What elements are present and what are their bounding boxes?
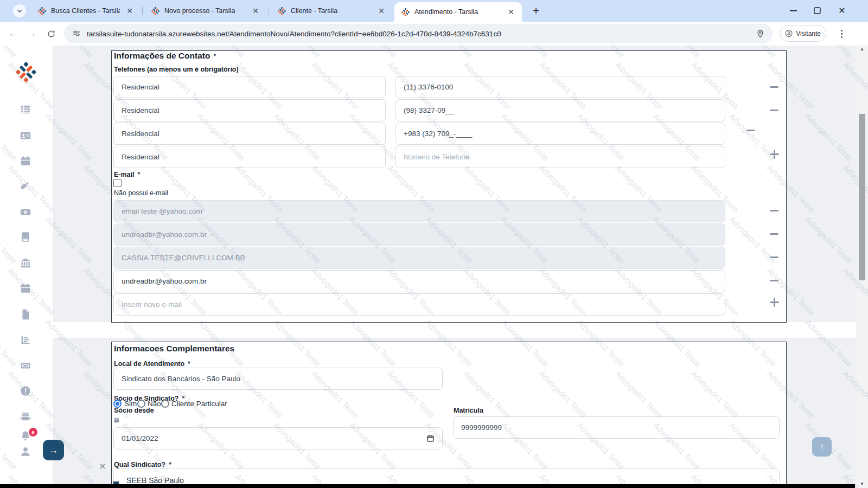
- tab-close-icon[interactable]: ✕: [376, 7, 387, 15]
- reload-icon: [47, 29, 56, 38]
- remove-email-button[interactable]: [770, 280, 778, 281]
- no-email-checkbox[interactable]: [113, 179, 122, 187]
- site-settings-icon[interactable]: [72, 29, 81, 38]
- phone-type-select[interactable]: Residencial: [113, 123, 386, 145]
- sidebar-item-profile[interactable]: [20, 446, 31, 460]
- phone-number-input[interactable]: +983 (32) 709_-____: [395, 123, 725, 145]
- phone-number-input[interactable]: (98) 3327-09__: [395, 99, 725, 121]
- browser-menu-button[interactable]: [835, 27, 848, 40]
- notification-badge: 6: [29, 428, 37, 436]
- email-input: email teste @yahoo.com: [113, 200, 725, 222]
- user-icon: [20, 446, 31, 458]
- sidebar-item-reports[interactable]: [20, 334, 31, 348]
- profile-chip[interactable]: Visitante: [780, 25, 826, 42]
- alert-circle-icon: [20, 385, 31, 397]
- remove-phone-button[interactable]: [746, 130, 755, 131]
- page-content: 6 → ✕ Informações de Contato* Telefones …: [0, 46, 868, 488]
- chevron-down-icon: [16, 8, 23, 14]
- no-email-label: Não possui e-mail: [114, 189, 168, 197]
- contact-section-title: Informações de Contato*: [114, 51, 216, 61]
- tab-close-icon[interactable]: ✕: [250, 7, 261, 15]
- phone-number-input[interactable]: (11) 3376-0100: [395, 76, 725, 98]
- maximize-icon: [814, 7, 821, 14]
- sidebar-item-assistant[interactable]: [20, 410, 31, 425]
- scrollbar-thumb[interactable]: [859, 114, 865, 280]
- new-email-input[interactable]: Inserir novo e-mail: [113, 293, 725, 316]
- window-close-button[interactable]: ✕: [830, 0, 854, 21]
- tarsila-favicon: [151, 7, 160, 16]
- remove-email-button[interactable]: [770, 233, 778, 235]
- tab-busca-clientes[interactable]: Busca Clientes - Tarsila ✕: [31, 0, 141, 22]
- tab-title: Novo processo - Tarsila: [164, 7, 246, 15]
- sidebar-item-processes[interactable]: [20, 181, 31, 195]
- sidebar-expand-button[interactable]: →: [43, 440, 64, 460]
- tab-search-button[interactable]: [13, 4, 26, 17]
- socio-desde-date-input[interactable]: 01/01/2022: [113, 427, 443, 450]
- remove-phone-button[interactable]: [770, 86, 778, 88]
- tarsila-logo: [15, 61, 37, 84]
- sidebar-item-documents[interactable]: [20, 309, 31, 323]
- remove-email-button[interactable]: [770, 210, 778, 211]
- phone-number-input[interactable]: Número de Telefone: [395, 146, 725, 168]
- scroll-to-top-button[interactable]: ↑: [812, 437, 832, 457]
- complementary-section-title: Informacoes Complementares: [114, 344, 234, 354]
- remove-phone-button[interactable]: [770, 110, 778, 111]
- url-bar[interactable]: tarsilasuite-tudonatarsila.azurewebsites…: [64, 24, 773, 43]
- sidebar-item-financial[interactable]: [20, 206, 31, 220]
- bank-icon: [20, 257, 31, 269]
- bar-chart-icon: [20, 334, 31, 346]
- tarsila-favicon: [277, 7, 286, 16]
- sidebar-item-agenda[interactable]: [20, 155, 31, 169]
- sidebar-item-tickets[interactable]: [20, 359, 31, 374]
- add-email-button[interactable]: [770, 298, 779, 307]
- money-icon: [20, 206, 31, 218]
- sidebar-item-institutions[interactable]: [20, 257, 31, 271]
- forward-button[interactable]: →: [25, 27, 39, 40]
- phone-type-select[interactable]: Residencial: [113, 146, 386, 168]
- window-maximize-button[interactable]: [805, 0, 829, 21]
- radio-cliente-particular[interactable]: [161, 400, 169, 408]
- panel-close-icon[interactable]: ✕: [99, 461, 106, 472]
- sidebar-item-schedule[interactable]: [20, 282, 31, 297]
- small-calendar-icon: [113, 416, 120, 426]
- tab-close-icon[interactable]: ✕: [124, 7, 135, 15]
- email-input: undreadbr@yahoo.com.br: [113, 223, 725, 246]
- matricula-label: Matrícula: [454, 407, 483, 414]
- sidebar-item-alerts[interactable]: [20, 385, 31, 399]
- add-phone-button[interactable]: [770, 150, 779, 159]
- scrollbar-up-arrow[interactable]: ▲: [858, 47, 866, 52]
- url-text: tarsilasuite-tudonatarsila.azurewebsites…: [87, 30, 750, 38]
- tab-title: Busca Clientes - Tarsila: [51, 7, 120, 15]
- scrollbar-track[interactable]: ▲ ▼: [856, 46, 868, 488]
- sidebar-item-library[interactable]: [20, 231, 31, 245]
- sidebar-item-list[interactable]: [20, 104, 31, 118]
- qual-sindicato-label: Qual Sindicato?*: [114, 459, 171, 469]
- matricula-input[interactable]: 9999999999: [453, 416, 780, 439]
- send-to-device-pin-icon[interactable]: [756, 29, 765, 38]
- new-tab-button[interactable]: +: [529, 4, 542, 17]
- browser-tab-strip: Busca Clientes - Tarsila ✕ Novo processo…: [0, 0, 868, 22]
- tab-novo-processo[interactable]: Novo processo - Tarsila ✕: [144, 0, 266, 22]
- robot-icon: [20, 410, 31, 422]
- phone-type-select[interactable]: Residencial: [113, 76, 386, 98]
- tab-title: Cliente - Tarsila: [291, 7, 372, 15]
- back-button[interactable]: ←: [7, 27, 20, 40]
- tab-atendimento-active[interactable]: Atendimento - Tarsila ✕: [394, 2, 522, 22]
- date-picker-icon[interactable]: [426, 434, 435, 442]
- tab-close-icon[interactable]: ✕: [506, 8, 516, 16]
- email-input: CASSIA.TESTE@CRIVELLI.COM.BR: [113, 247, 725, 269]
- tab-separator: [269, 7, 269, 15]
- tab-cliente[interactable]: Cliente - Tarsila ✕: [271, 0, 392, 22]
- three-dot-menu-icon: [841, 30, 843, 38]
- reload-button[interactable]: [44, 27, 58, 40]
- email-input[interactable]: undreadbr@yahoo.com.br: [113, 270, 725, 292]
- calendar-icon: [20, 282, 31, 294]
- local-atendimento-input[interactable]: Sindicato dos Bancários - São Paulo: [113, 368, 443, 390]
- sidebar-item-contacts[interactable]: [20, 130, 31, 144]
- scrollbar-down-arrow[interactable]: ▼: [858, 481, 866, 486]
- window-minimize-button[interactable]: [781, 0, 805, 21]
- remove-email-button[interactable]: [770, 256, 778, 258]
- radio-cliente-particular-label: Cliente Particular: [171, 400, 227, 408]
- phone-type-select[interactable]: Residencial: [113, 99, 386, 121]
- socio-desde-label: Sócio desde: [114, 407, 154, 414]
